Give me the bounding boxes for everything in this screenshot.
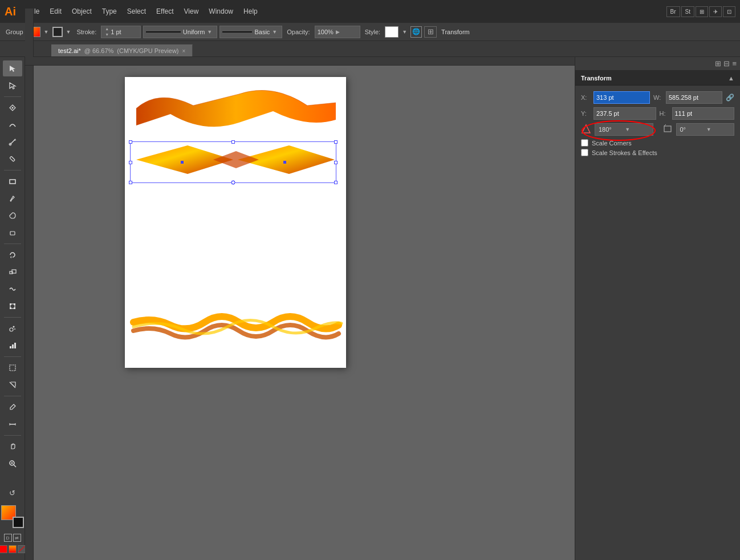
- svg-point-15: [10, 328, 13, 331]
- menu-help[interactable]: Help: [239, 5, 262, 18]
- panel-icon-grid[interactable]: ⊞: [715, 59, 721, 68]
- stroke-value-input[interactable]: [111, 29, 131, 35]
- menu-view[interactable]: View: [180, 5, 204, 18]
- hand-tool-btn[interactable]: [3, 439, 22, 455]
- x-input[interactable]: [593, 91, 650, 104]
- link-wh-icon[interactable]: 🔗: [726, 94, 734, 102]
- y-value[interactable]: [596, 110, 653, 117]
- ai-logo: Ai: [5, 5, 16, 18]
- handle-ml[interactable]: [129, 161, 132, 164]
- x-value[interactable]: [596, 94, 647, 101]
- scale-corners-label[interactable]: Scale Corners: [592, 140, 632, 147]
- artboard-tool-btn[interactable]: [3, 360, 22, 376]
- tab-close-btn[interactable]: ×: [182, 48, 186, 54]
- ruler-top: [34, 57, 575, 66]
- svg-point-0: [11, 107, 13, 109]
- menu-select[interactable]: Select: [123, 5, 151, 18]
- undo-icon[interactable]: ↺: [3, 485, 22, 501]
- w-input[interactable]: [666, 91, 722, 104]
- pen-tool-btn[interactable]: [3, 100, 22, 116]
- slice-tool-btn[interactable]: [3, 377, 22, 393]
- w-label: W:: [653, 94, 662, 101]
- rotate-tool-btn[interactable]: [3, 247, 22, 263]
- svg-rect-30: [664, 126, 671, 132]
- opacity-input[interactable]: 100% ▶: [315, 26, 360, 38]
- scale-strokes-checkbox[interactable]: [581, 149, 588, 156]
- stroke-arrow[interactable]: ▼: [65, 29, 72, 35]
- scale-tool-btn[interactable]: [3, 264, 22, 280]
- tab-filename: test2.ai*: [58, 47, 81, 54]
- handle-tl[interactable]: [129, 140, 132, 144]
- menu-effect[interactable]: Effect: [152, 5, 178, 18]
- h-value[interactable]: [675, 110, 732, 117]
- scale-strokes-label[interactable]: Scale Strokes & Effects: [592, 149, 657, 156]
- pencil-tool-btn[interactable]: [3, 151, 22, 167]
- stroke-color-swatch[interactable]: [13, 517, 24, 528]
- handle-mr[interactable]: [334, 161, 338, 164]
- w-value[interactable]: [669, 94, 719, 101]
- curvature-tool-btn[interactable]: [3, 117, 22, 133]
- symbol-spray-btn[interactable]: [3, 320, 22, 336]
- svg-line-22: [10, 382, 15, 388]
- swap-colors-icon[interactable]: ⇌: [13, 534, 21, 542]
- add-anchor-btn[interactable]: +: [3, 134, 22, 150]
- panel-menu-icon[interactable]: ≡: [732, 59, 737, 68]
- canvas-area[interactable]: [25, 57, 575, 560]
- blob-brush-btn[interactable]: [3, 208, 22, 224]
- selection-tool-btn[interactable]: [3, 60, 22, 76]
- svg-rect-14: [14, 307, 15, 309]
- menu-window[interactable]: Window: [204, 5, 238, 18]
- direct-select-tool-btn[interactable]: [3, 78, 22, 94]
- rectangle-tool-btn[interactable]: [3, 173, 22, 189]
- svg-rect-19: [12, 344, 14, 348]
- document-tab[interactable]: test2.ai* @ 66.67% (CMYK/GPU Preview) ×: [51, 44, 193, 56]
- solid-color-icon[interactable]: [0, 545, 7, 553]
- transform-icon[interactable]: ⊞: [424, 26, 437, 38]
- no-color-icon[interactable]: [18, 545, 26, 553]
- global-color-icon[interactable]: 🌐: [410, 26, 422, 38]
- angle-dropdown[interactable]: 180° ▼: [595, 123, 653, 136]
- eyedropper-btn[interactable]: [3, 399, 22, 415]
- stock-icon-btn[interactable]: St: [681, 6, 694, 17]
- zoom-tool-btn[interactable]: [3, 456, 22, 472]
- free-transform-btn[interactable]: [3, 298, 22, 314]
- device-preview-icon-btn[interactable]: ⊡: [723, 6, 735, 17]
- share-icon-btn[interactable]: ✈: [709, 6, 722, 17]
- bar-graph-btn[interactable]: [3, 338, 22, 354]
- y-input[interactable]: [593, 107, 656, 120]
- warp-tool-btn[interactable]: [3, 281, 22, 297]
- handle-bl[interactable]: [129, 181, 132, 184]
- stroke-swatch[interactable]: [52, 27, 63, 37]
- shear-dropdown[interactable]: 0° ▼: [676, 123, 735, 136]
- bridge-icon-btn[interactable]: Br: [666, 6, 680, 17]
- handle-tc[interactable]: [231, 140, 235, 144]
- tab-mode: (CMYK/GPU Preview): [117, 47, 178, 54]
- menu-edit[interactable]: Edit: [45, 5, 66, 18]
- h-input[interactable]: [672, 107, 735, 120]
- gradient-color-icon[interactable]: [9, 545, 17, 553]
- h-label: H:: [660, 110, 669, 117]
- handle-br[interactable]: [334, 181, 338, 184]
- stroke-spinner[interactable]: ▲▼: [101, 26, 141, 38]
- color-area: ↺ D ⇌: [0, 481, 29, 557]
- handle-tr[interactable]: [334, 140, 338, 144]
- fill-arrow[interactable]: ▼: [43, 29, 50, 35]
- scale-corners-checkbox[interactable]: [581, 139, 588, 147]
- style-swatch[interactable]: [385, 26, 399, 38]
- brush-style-dropdown[interactable]: Basic ▼: [219, 26, 282, 38]
- workspace-icon-btn[interactable]: ⊞: [696, 6, 708, 17]
- opacity-label: Opacity:: [284, 29, 312, 35]
- panel-collapse-icon[interactable]: ▲: [728, 75, 734, 82]
- svg-marker-7: [10, 256, 11, 258]
- transform-panel-title: Transform: [581, 75, 612, 82]
- panel-icon-align[interactable]: ⊟: [723, 59, 730, 68]
- transform-angle-row: 180° ▼ 0° ▼: [581, 123, 734, 136]
- default-colors-icon[interactable]: D: [4, 534, 12, 542]
- paintbrush-tool-btn[interactable]: [3, 190, 22, 206]
- stroke-style-dropdown[interactable]: Uniform ▼: [143, 26, 217, 38]
- menu-type[interactable]: Type: [97, 5, 121, 18]
- menu-object[interactable]: Object: [67, 5, 96, 18]
- measure-btn[interactable]: [3, 416, 22, 432]
- eraser-tool-btn[interactable]: [3, 225, 22, 241]
- style-arrow[interactable]: ▼: [401, 29, 408, 35]
